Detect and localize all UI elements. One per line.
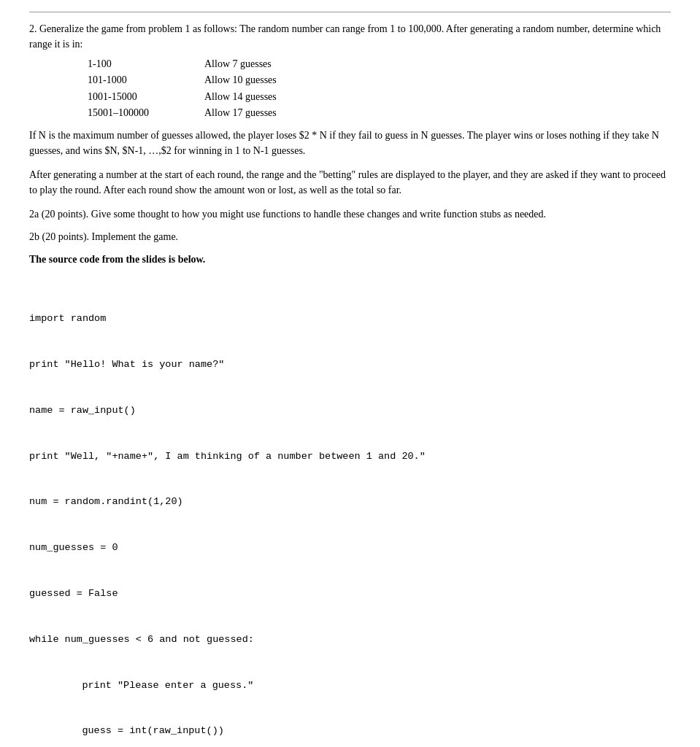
range-row-2: 101-1000 Allow 10 guesses <box>88 72 671 88</box>
range-4: 15001–100000 <box>88 105 204 121</box>
code-line-3: name = raw_input() <box>29 403 671 419</box>
paragraph-1: If N is the maximum number of guesses al… <box>29 128 671 158</box>
guesses-4: Allow 17 guesses <box>204 105 277 121</box>
bold-line: The source code from the slides is below… <box>29 252 671 267</box>
problem-2-section: 2. Generalize the game from problem 1 as… <box>29 21 671 267</box>
range-row-1: 1-100 Allow 7 guesses <box>88 56 671 72</box>
range-2: 101-1000 <box>88 72 204 88</box>
code-line-8: while num_guesses < 6 and not guessed: <box>29 632 671 648</box>
top-divider <box>29 12 671 12</box>
code-block: import random print "Hello! What is your… <box>29 282 671 747</box>
range-1: 1-100 <box>88 56 204 72</box>
sub-problem-b: 2b (20 points). Implement the game. <box>29 229 671 244</box>
paragraph-2: After generating a number at the start o… <box>29 167 671 198</box>
sub-problem-a: 2a (20 points). Give some thought to how… <box>29 206 671 222</box>
range-row-4: 15001–100000 Allow 17 guesses <box>88 105 671 121</box>
code-line-6: num_guesses = 0 <box>29 541 671 556</box>
code-line-9: print "Please enter a guess." <box>58 678 671 694</box>
code-line-5: num = random.randint(1,20) <box>29 495 671 510</box>
guesses-1: Allow 7 guesses <box>204 56 272 72</box>
guesses-3: Allow 14 guesses <box>204 89 277 105</box>
code-line-1: import random <box>29 311 671 327</box>
guesses-2: Allow 10 guesses <box>204 72 277 88</box>
code-line-4: print "Well, "+name+", I am thinking of … <box>29 449 671 465</box>
range-3: 1001-15000 <box>88 89 204 105</box>
problem-2-intro: 2. Generalize the game from problem 1 as… <box>29 21 671 52</box>
range-row-3: 1001-15000 Allow 14 guesses <box>88 89 671 105</box>
range-table: 1-100 Allow 7 guesses 101-1000 Allow 10 … <box>88 56 671 122</box>
code-line-10: guess = int(raw_input()) <box>58 724 671 739</box>
code-line-2: print "Hello! What is your name?" <box>29 357 671 373</box>
code-line-7: guessed = False <box>29 587 671 602</box>
